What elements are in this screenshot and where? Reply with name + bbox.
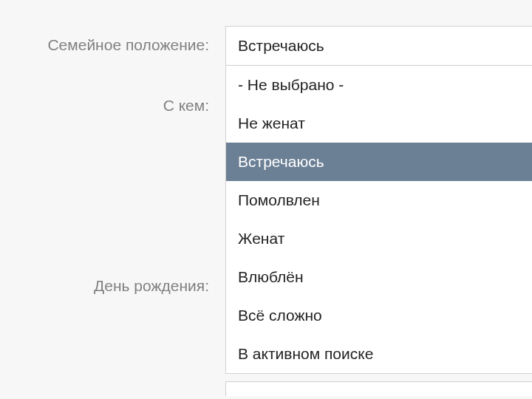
marital-status-select[interactable]: Встречаюсь (225, 26, 532, 66)
option-searching[interactable]: В активном поиске (226, 335, 532, 373)
birthday-label: День рождения: (94, 277, 209, 295)
option-engaged[interactable]: Помолвлен (226, 181, 532, 219)
next-field-input[interactable] (225, 381, 532, 396)
option-single[interactable]: Не женат (226, 104, 532, 143)
profile-edit-form: Семейное положение: С кем: День рождения… (0, 0, 532, 26)
option-inlove[interactable]: Влюблён (226, 258, 532, 296)
with-whom-label: С кем: (163, 97, 209, 115)
option-complicated[interactable]: Всё сложно (226, 296, 532, 335)
marital-status-label: Семейное положение: (47, 36, 209, 54)
fields-column: Встречаюсь - Не выбрано - Не женат Встре… (225, 26, 532, 396)
option-dating[interactable]: Встречаюсь (226, 143, 532, 181)
marital-status-selected-value: Встречаюсь (238, 37, 324, 54)
marital-status-dropdown[interactable]: - Не выбрано - Не женат Встречаюсь Помол… (225, 66, 532, 374)
option-married[interactable]: Женат (226, 219, 532, 258)
option-not-selected[interactable]: - Не выбрано - (226, 66, 532, 104)
